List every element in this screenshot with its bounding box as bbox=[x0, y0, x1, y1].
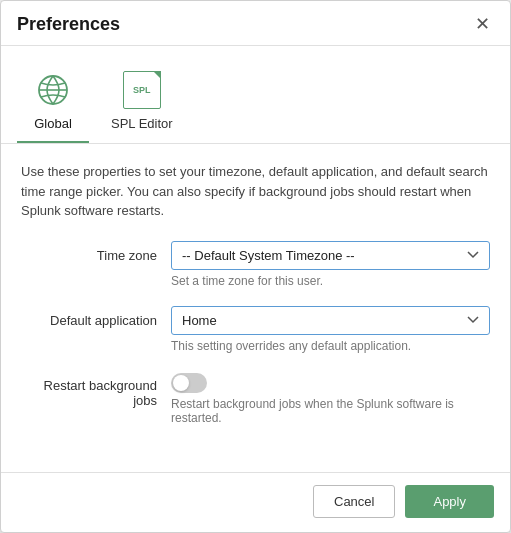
spl-editor-icon: SPL bbox=[120, 68, 164, 112]
default-app-select[interactable]: Home Search Dashboard bbox=[171, 306, 490, 335]
preferences-dialog: Preferences ✕ Global SPL bbox=[0, 0, 511, 533]
content-area: Use these properties to set your timezon… bbox=[1, 144, 510, 472]
restart-jobs-label: Restart background jobs bbox=[21, 371, 171, 408]
tab-global-label: Global bbox=[34, 116, 72, 131]
restart-jobs-toggle[interactable] bbox=[171, 373, 207, 393]
toggle-wrap bbox=[171, 371, 490, 393]
close-button[interactable]: ✕ bbox=[471, 13, 494, 35]
tabs-section: Global SPL SPL Editor bbox=[1, 46, 510, 144]
timezone-label: Time zone bbox=[21, 241, 171, 263]
dialog-title: Preferences bbox=[17, 14, 120, 35]
default-app-field: Home Search Dashboard This setting overr… bbox=[171, 306, 490, 353]
tab-spl-editor[interactable]: SPL SPL Editor bbox=[97, 60, 187, 143]
global-icon bbox=[31, 68, 75, 112]
restart-jobs-field: Restart background jobs when the Splunk … bbox=[171, 371, 490, 425]
restart-jobs-hint: Restart background jobs when the Splunk … bbox=[171, 397, 490, 425]
default-app-label: Default application bbox=[21, 306, 171, 328]
timezone-field: -- Default System Timezone -- UTC US/Eas… bbox=[171, 241, 490, 288]
restart-jobs-row: Restart background jobs Restart backgrou… bbox=[21, 371, 490, 425]
cancel-button[interactable]: Cancel bbox=[313, 485, 395, 518]
default-app-row: Default application Home Search Dashboar… bbox=[21, 306, 490, 353]
timezone-hint: Set a time zone for this user. bbox=[171, 274, 490, 288]
timezone-select[interactable]: -- Default System Timezone -- UTC US/Eas… bbox=[171, 241, 490, 270]
timezone-row: Time zone -- Default System Timezone -- … bbox=[21, 241, 490, 288]
tab-spl-label: SPL Editor bbox=[111, 116, 173, 131]
dialog-header: Preferences ✕ bbox=[1, 1, 510, 46]
tab-global[interactable]: Global bbox=[17, 60, 89, 143]
default-app-hint: This setting overrides any default appli… bbox=[171, 339, 490, 353]
dialog-footer: Cancel Apply bbox=[1, 472, 510, 532]
apply-button[interactable]: Apply bbox=[405, 485, 494, 518]
description-text: Use these properties to set your timezon… bbox=[21, 162, 490, 221]
